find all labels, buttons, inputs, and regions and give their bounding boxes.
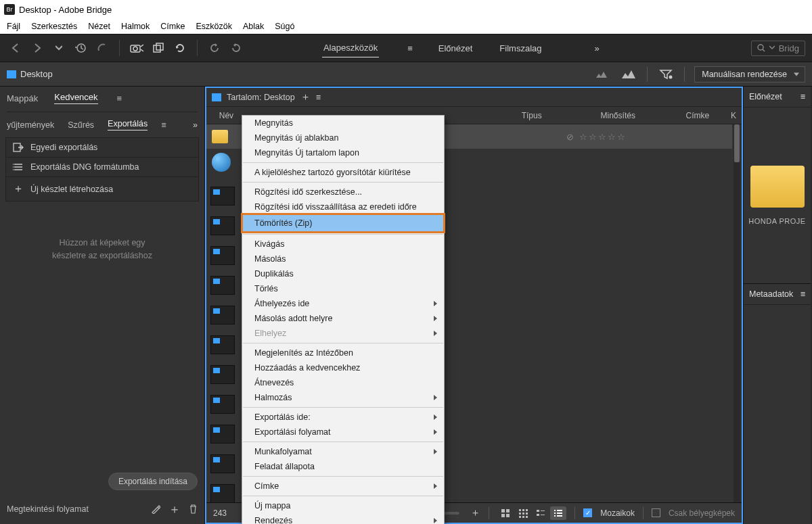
panel-menu-icon[interactable]: ≡ <box>117 93 122 103</box>
context-menu-item[interactable]: Rögzítési idő visszaállítása az eredeti … <box>242 199 444 214</box>
context-menu-item[interactable]: Rögzítési idő szerkesztése... <box>242 185 444 199</box>
export-custom[interactable]: Egyedi exportálás <box>6 138 198 158</box>
col-type[interactable]: Típus <box>492 111 572 120</box>
sort-dropdown[interactable]: Manuálisan rendezése <box>694 66 805 82</box>
nav-forward-button[interactable] <box>28 39 46 57</box>
tab-favorites[interactable]: Kedvencek <box>54 92 97 104</box>
add-icon[interactable]: ＋ <box>168 501 181 517</box>
context-menu-item[interactable]: Megjelenítés az Intézőben <box>242 346 444 360</box>
panel-menu-icon[interactable]: ≡ <box>800 289 805 299</box>
thumbnail[interactable] <box>210 454 235 473</box>
copy-stack-icon[interactable] <box>150 39 167 57</box>
col-label[interactable]: Címke <box>664 111 731 120</box>
menu-view[interactable]: Nézet <box>84 20 114 32</box>
view-details[interactable] <box>533 506 549 520</box>
rotate-ccw-icon[interactable] <box>206 39 223 57</box>
workspace-preview[interactable]: Előnézet <box>437 39 474 57</box>
panel-menu-icon[interactable]: ≡ <box>161 120 166 130</box>
history-button[interactable] <box>72 39 89 57</box>
menu-help[interactable]: Súgó <box>271 20 298 32</box>
thumbnail[interactable] <box>210 216 235 235</box>
context-menu-item[interactable]: Kivágás <box>242 237 444 252</box>
context-menu-item[interactable]: Áthelyezés ide <box>242 296 444 311</box>
thumbnail[interactable] <box>210 395 235 414</box>
rotate-cw-icon[interactable] <box>227 39 245 57</box>
thumbnail[interactable] <box>210 484 235 502</box>
context-menu-item[interactable]: Átnevezés <box>242 375 444 390</box>
export-new-preset[interactable]: ＋ Új készlet létrehozása <box>6 177 198 201</box>
context-menu-item[interactable]: Új mappa <box>242 498 444 513</box>
edit-icon[interactable] <box>151 504 160 514</box>
thumbnail[interactable] <box>210 365 235 384</box>
tab-export[interactable]: Exportálás <box>108 119 148 130</box>
context-menu-item[interactable]: Duplikálás <box>242 266 444 281</box>
context-menu-item[interactable]: Munkafolyamat <box>242 444 444 459</box>
menu-label[interactable]: Címke <box>156 20 189 32</box>
list-item-label: Új készlet létrehozása <box>30 185 113 194</box>
workspace-filmstrip[interactable]: Filmszalag <box>498 39 543 57</box>
context-menu-item[interactable]: Címke <box>242 479 444 494</box>
thumbs-only-checkbox[interactable] <box>652 508 660 517</box>
context-menu-item[interactable]: Feladat állapota <box>242 459 444 474</box>
mozaikok-checkbox[interactable]: ✓ <box>583 508 592 517</box>
context-menu-item[interactable]: Halmozás <box>242 390 444 405</box>
tab-filter[interactable]: Szűrés <box>68 120 94 130</box>
context-menu-item[interactable]: Megnyitás Új tartalom lapon <box>242 145 444 160</box>
filter-funnel-icon[interactable] <box>657 66 675 83</box>
workspace-menu-icon[interactable]: ≡ <box>407 43 413 53</box>
slider-plus-icon[interactable]: ＋ <box>470 506 480 519</box>
globe-icon[interactable] <box>212 153 231 172</box>
menu-file[interactable]: Fájl <box>3 20 24 32</box>
context-menu-item[interactable]: Tömörítés (Zip) <box>242 214 444 232</box>
context-menu-item[interactable]: Másolás <box>242 252 444 266</box>
tab-folders[interactable]: Mappák <box>7 93 38 103</box>
col-rating[interactable]: Minősítés <box>572 111 664 120</box>
menu-window[interactable]: Ablak <box>239 20 268 32</box>
thumbnail[interactable] <box>210 335 235 354</box>
context-menu-item[interactable]: Hozzáadás a kedvencekhez <box>242 360 444 375</box>
workspace-more-icon[interactable]: » <box>594 43 600 53</box>
boomerang-icon[interactable] <box>93 39 111 57</box>
panel-menu-icon[interactable]: ≡ <box>800 92 805 101</box>
view-grid-small[interactable] <box>515 506 531 520</box>
tab-collections[interactable]: yűjtemények <box>7 120 54 130</box>
search-input[interactable]: Bridg <box>751 41 805 56</box>
nav-back-button[interactable] <box>7 39 24 57</box>
col-name[interactable]: Név <box>206 111 246 120</box>
thumb-large-icon[interactable] <box>620 66 637 83</box>
menu-stacks[interactable]: Halmok <box>117 20 154 32</box>
view-grid-large[interactable] <box>497 506 514 520</box>
thumbnail[interactable] <box>210 425 235 444</box>
breadcrumb[interactable]: Desktop <box>7 69 53 79</box>
thumbnail[interactable] <box>210 276 235 295</box>
thumb-small-icon[interactable] <box>593 66 610 83</box>
workspace-essentials[interactable]: Alapeszközök <box>322 39 379 57</box>
context-menu-item[interactable]: Megnyitás új ablakban <box>242 130 444 145</box>
camera-import-icon[interactable] <box>128 39 145 57</box>
thumbnail[interactable] <box>210 246 235 265</box>
rating-stars[interactable]: ⊘ ☆☆☆☆☆ <box>566 132 627 142</box>
context-menu-item[interactable]: Exportálási folyamat <box>242 425 444 439</box>
start-export-button[interactable]: Exportálás indítása <box>108 473 198 490</box>
view-list[interactable] <box>550 506 566 520</box>
thumbnail[interactable] <box>210 306 235 325</box>
scroll-track[interactable] <box>7 108 198 112</box>
context-menu-item[interactable]: Exportálás ide: <box>242 410 444 425</box>
col-k[interactable]: K <box>731 111 742 120</box>
menu-edit[interactable]: Szerkesztés <box>27 20 81 32</box>
context-menu-item[interactable]: Rendezés <box>242 513 444 524</box>
context-menu-item[interactable]: Megnyitás <box>242 116 444 130</box>
refresh-icon[interactable] <box>171 39 189 57</box>
add-tab-icon[interactable]: ＋ <box>300 91 311 103</box>
context-menu-item[interactable]: Másolás adott helyre <box>242 311 444 326</box>
thumbnail[interactable] <box>210 187 235 206</box>
context-menu-item[interactable]: A kijelöléshez tartozó gyorsítótár kiürí… <box>242 165 444 180</box>
export-dng[interactable]: Exportálás DNG formátumba <box>6 158 198 177</box>
nav-dropdown-icon[interactable] <box>50 39 68 57</box>
more-tabs-icon[interactable]: » <box>193 120 198 130</box>
vertical-scrollbar[interactable] <box>734 124 740 502</box>
panel-menu-icon[interactable]: ≡ <box>316 93 321 102</box>
context-menu-item[interactable]: Törlés <box>242 281 444 296</box>
menu-tools[interactable]: Eszközök <box>191 20 236 32</box>
delete-icon[interactable] <box>189 504 198 514</box>
